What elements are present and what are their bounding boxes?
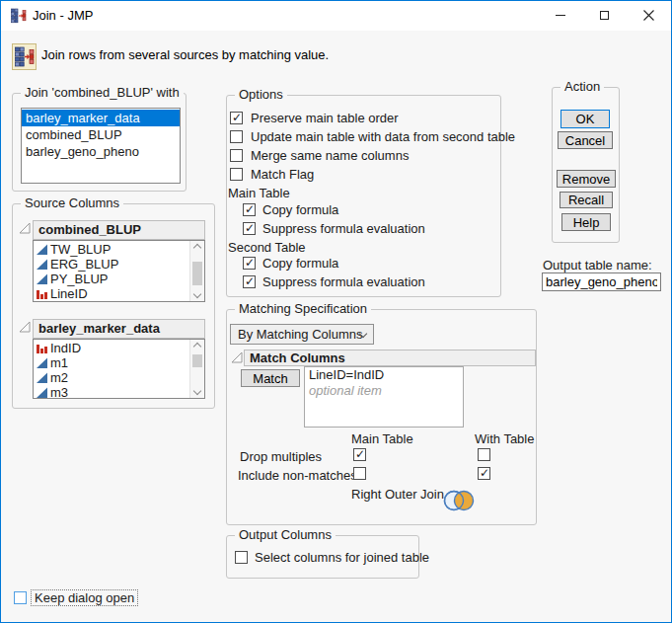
nominal-icon xyxy=(37,343,47,353)
list-item[interactable]: m2 xyxy=(34,370,204,385)
main-copy-formula-checkbox[interactable] xyxy=(243,203,256,216)
window-title: Join - JMP xyxy=(33,1,93,31)
recall-button[interactable]: Recall xyxy=(560,192,613,208)
join-with-legend: Join 'combined_BLUP' with xyxy=(21,85,184,100)
output-table-name-label: Output table name: xyxy=(543,258,652,273)
match-columns-header[interactable]: Match Columns xyxy=(244,350,536,366)
update-main-checkbox[interactable] xyxy=(230,130,243,143)
close-icon xyxy=(643,10,654,21)
maximize-icon xyxy=(600,11,609,20)
list-item[interactable]: combined_BLUP xyxy=(22,126,180,143)
app-icon xyxy=(11,8,27,24)
scroll-up-icon[interactable] xyxy=(190,241,204,254)
second-table-section-label: Second Table xyxy=(228,240,306,255)
scroll-down-icon[interactable] xyxy=(190,288,204,301)
include-non-matches-with-checkbox[interactable] xyxy=(478,467,490,480)
column-name: m3 xyxy=(50,385,68,399)
help-button[interactable]: Help xyxy=(561,213,611,231)
list-item[interactable]: barley_geno_pheno xyxy=(22,143,180,160)
match-flag-checkbox[interactable] xyxy=(230,168,243,181)
list-item[interactable]: IndID xyxy=(34,341,204,355)
close-button[interactable] xyxy=(627,1,671,30)
combined-blup-column-list: TW_BLUP ERG_BLUP PY_BLUP LineID xyxy=(33,240,205,302)
checkbox-label: Suppress formula evaluation xyxy=(262,221,425,236)
dropdown-value: By Matching Columns xyxy=(238,327,362,342)
column-name: PY_BLUP xyxy=(50,272,109,286)
drop-multiples-main-checkbox[interactable] xyxy=(353,448,366,461)
options-legend: Options xyxy=(235,87,287,102)
join-dialog-icon xyxy=(12,43,37,70)
keep-dialog-open-checkbox[interactable] xyxy=(14,591,27,604)
preserve-order-checkbox[interactable] xyxy=(230,112,243,124)
minimize-button[interactable] xyxy=(538,1,582,30)
list-item[interactable]: LineID xyxy=(34,286,204,301)
scrollbar[interactable] xyxy=(189,340,204,398)
disclosure-triangle-icon[interactable] xyxy=(19,321,31,333)
list-item[interactable]: TW_BLUP xyxy=(34,242,204,257)
cancel-button[interactable]: Cancel xyxy=(558,131,613,149)
continuous-icon xyxy=(37,387,47,398)
table-header-combined-blup[interactable]: combined_BLUP xyxy=(33,220,205,240)
match-condition[interactable]: LineID=IndID xyxy=(305,367,463,383)
column-name: m1 xyxy=(50,355,68,370)
matching-method-dropdown[interactable]: By Matching Columns xyxy=(230,324,374,345)
table-header-barley-marker-data[interactable]: barley_marker_data xyxy=(33,319,205,339)
output-table-name-input[interactable] xyxy=(542,273,661,291)
select-columns-checkbox[interactable] xyxy=(235,551,248,564)
barley-marker-column-list: IndID m1 m2 m3 xyxy=(33,339,205,399)
second-suppress-formula-checkbox[interactable] xyxy=(243,275,256,288)
column-name: IndID xyxy=(50,341,81,355)
include-non-matches-main-checkbox[interactable] xyxy=(353,467,366,480)
checkbox-label: Copy formula xyxy=(262,202,338,217)
keep-dialog-open-label: Keep dialog open xyxy=(31,589,138,606)
checkbox-label: Merge same name columns xyxy=(251,148,409,163)
scrollbar-thumb[interactable] xyxy=(192,262,202,285)
join-with-list: barley_marker_data combined_BLUP barley_… xyxy=(21,108,181,184)
second-copy-formula-checkbox[interactable] xyxy=(243,257,256,270)
main-suppress-formula-checkbox[interactable] xyxy=(243,222,256,235)
source-columns-legend: Source Columns xyxy=(21,195,123,210)
output-columns-legend: Output Columns xyxy=(235,527,336,542)
join-tables-icon xyxy=(15,46,35,68)
include-non-matches-label: Include non-matches xyxy=(238,468,357,483)
action-legend: Action xyxy=(560,79,604,94)
checkbox-label: Preserve main table order xyxy=(251,111,399,125)
scrollbar-thumb[interactable] xyxy=(192,354,202,367)
column-name: ERG_BLUP xyxy=(50,257,118,272)
match-conditions-list[interactable]: LineID=IndID optional item xyxy=(304,366,464,428)
dialog-description: Join rows from several sources by matchi… xyxy=(41,47,329,62)
list-item[interactable]: barley_marker_data xyxy=(22,110,180,126)
column-name: m2 xyxy=(50,370,68,385)
merge-columns-checkbox[interactable] xyxy=(230,149,243,162)
checkbox-label: Copy formula xyxy=(262,256,338,271)
list-item[interactable]: ERG_BLUP xyxy=(34,257,204,272)
minimize-icon xyxy=(556,15,565,16)
scrollbar[interactable] xyxy=(189,241,204,301)
maximize-button[interactable] xyxy=(582,1,627,30)
disclosure-triangle-icon[interactable] xyxy=(231,351,243,363)
continuous-icon xyxy=(37,244,47,255)
ok-button[interactable]: OK xyxy=(560,110,610,128)
remove-button[interactable]: Remove xyxy=(557,170,616,188)
checkbox-label: Suppress formula evaluation xyxy=(262,274,425,289)
list-item[interactable]: PY_BLUP xyxy=(34,272,204,286)
continuous-icon xyxy=(37,273,47,284)
drop-multiples-label: Drop multiples xyxy=(240,449,322,464)
continuous-icon xyxy=(37,372,47,383)
with-table-column-header: With Table xyxy=(475,431,534,446)
main-table-section-label: Main Table xyxy=(228,186,290,200)
match-button[interactable]: Match xyxy=(241,369,300,387)
disclosure-triangle-icon[interactable] xyxy=(19,222,31,234)
nominal-icon xyxy=(37,288,47,299)
list-item[interactable]: m1 xyxy=(34,355,204,370)
checkbox-label: Update main table with data from second … xyxy=(251,129,515,144)
scroll-up-icon[interactable] xyxy=(190,340,204,352)
checkbox-label: Select columns for joined table xyxy=(255,550,429,565)
matching-specification-legend: Matching Specification xyxy=(235,301,371,316)
venn-diagram-icon xyxy=(443,489,476,512)
drop-multiples-with-checkbox[interactable] xyxy=(478,448,490,461)
scroll-down-icon[interactable] xyxy=(190,385,204,398)
join-dialog-window: Join - JMP Join rows from several source… xyxy=(0,0,672,623)
match-condition-placeholder: optional item xyxy=(305,383,463,399)
list-item[interactable]: m3 xyxy=(34,385,204,399)
